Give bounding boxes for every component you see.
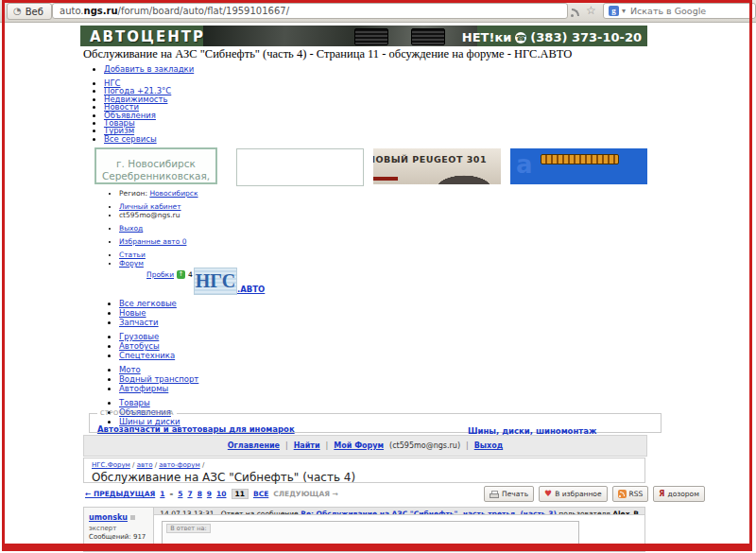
post-author-cell: umonsku эксперт Сообщений: 917 — [84, 508, 154, 551]
logout-link[interactable]: Выход — [119, 224, 143, 233]
rss-icon — [618, 490, 627, 498]
forum-post: umonsku эксперт Сообщений: 917 14.07.13 … — [83, 507, 645, 552]
rss-button[interactable]: RSS — [612, 486, 649, 502]
list-item: Автофирмы — [119, 384, 198, 393]
page-link-8[interactable]: 8 — [198, 490, 202, 498]
user-menu: Регион: Новосибирск Личный кабинет ct595… — [106, 189, 198, 272]
post-header: 14.07.13 13:31 Ответ на сообщение Re: Об… — [154, 508, 644, 515]
banner-decor — [373, 177, 398, 181]
list-item: Избранные авто 0 — [119, 237, 198, 246]
line-ads-legend: СТРОЧНАЯ РЕКЛАМА — [97, 409, 177, 417]
find-link[interactable]: Найти — [294, 441, 320, 450]
peugeot-ad-banner[interactable]: НОВЫЙ PEUGEOT 301 — [373, 148, 501, 184]
nav-link-water[interactable]: Водный транспорт — [119, 374, 198, 384]
region-link[interactable]: Новосибирск — [149, 189, 198, 198]
url-domain: ngs.ru — [84, 6, 118, 16]
page-link-1[interactable]: 1 — [160, 490, 164, 498]
print-button[interactable]: Печать — [484, 486, 534, 502]
nav-link-new[interactable]: Новые — [119, 308, 146, 318]
list-item: Автобусы — [119, 341, 198, 351]
page-range-dash: – — [169, 490, 173, 498]
separator: | — [285, 441, 288, 450]
autocenter-ad-banner[interactable]: АВТОЦЕНТР НЕТ!ки ☎ (383) 373-10-20 — [80, 26, 647, 46]
phone-icon: ☎ — [515, 32, 526, 43]
nav-link-special[interactable]: Спецтехника — [119, 351, 175, 360]
list-item: Все легковые — [119, 299, 198, 308]
nav-link-all-cars[interactable]: Все легковые — [119, 299, 177, 308]
personal-cabinet-link[interactable]: Личный кабинет — [119, 202, 181, 211]
quote-label: В ответ на: — [166, 524, 210, 533]
author-rank: эксперт — [89, 525, 148, 532]
nav-link-goods[interactable]: Товары — [119, 398, 150, 407]
heart-icon: ♥ — [544, 490, 552, 498]
forum-logout-link[interactable]: Выход — [474, 441, 503, 450]
page-link-5[interactable]: 5 — [178, 490, 182, 498]
nav-link-parts[interactable]: Запчасти — [119, 318, 159, 327]
rss-feed-icon[interactable] — [571, 7, 581, 17]
breadcrumb-auto-link[interactable]: авто — [137, 461, 153, 469]
banner-vent-decor — [354, 28, 388, 45]
search-box[interactable]: g ▾ — [603, 3, 756, 19]
blue-ad-banner[interactable]: a — [510, 148, 647, 184]
current-page-indicator: 11 — [232, 489, 249, 499]
user-email: ct595mo@ngs.ru — [119, 211, 180, 219]
url-prefix: auto. — [60, 6, 84, 16]
cabinet-group: Личный кабинет ct595mo@ngs.ru — [106, 202, 198, 219]
address-ad-box[interactable]: г. Новосибирск Серебренниковская, д. — [94, 147, 217, 184]
watch-button[interactable]: Я дозором — [653, 486, 705, 502]
forum-link[interactable]: Форум — [119, 259, 144, 268]
nav-link-moto[interactable]: Мото — [119, 365, 141, 374]
breadcrumb-autoforum-link[interactable]: авто-форум — [159, 461, 199, 469]
address-bar[interactable]: auto.ngs.ru/forum/board/auto/flat/195910… — [52, 3, 568, 19]
ngs-logo[interactable]: НГС — [194, 268, 237, 295]
browser-window: ◔ Веб auto.ngs.ru/forum/board/auto/flat/… — [0, 0, 756, 553]
separator: | — [326, 441, 329, 450]
my-forum-link[interactable]: Мой Форум — [334, 441, 384, 450]
empty-ad-box — [236, 148, 364, 186]
thread-header-box: НГС.Форум / авто / авто-форум / Обслужив… — [83, 458, 645, 483]
tab-label: Веб — [26, 7, 43, 17]
line-ad-parts-link[interactable]: Автозапчасти и автотовары для иномарок — [97, 424, 295, 434]
service-link-all[interactable]: Все сервисы — [104, 134, 157, 144]
articles-link[interactable]: Статьи — [119, 251, 146, 259]
search-engine-caret-icon[interactable]: ▾ — [622, 7, 626, 15]
nav-group-cars: Все легковые Новые Запчасти — [106, 299, 198, 327]
add-bookmark-link[interactable]: Добавить в закладки — [104, 64, 194, 74]
bookmark-star-icon[interactable]: ☆ — [586, 5, 596, 16]
logout-group: Выход — [106, 224, 198, 233]
web-tab-button[interactable]: ◔ Веб — [7, 3, 52, 20]
prev-page-link[interactable]: ← ПРЕДЫДУЩАЯ — [85, 490, 155, 498]
breadcrumb-forum-link[interactable]: НГС.Форум — [92, 461, 130, 469]
nav-group-commercial: Грузовые Автобусы Спецтехника — [106, 332, 198, 360]
ngs-auto-link[interactable]: .АВТО — [237, 285, 265, 294]
bookmark-list: Добавить в закладки — [91, 64, 194, 74]
ad-address-line1: г. Новосибирск — [96, 158, 215, 170]
all-pages-link[interactable]: ВСЕ — [253, 490, 268, 498]
nav-link-trucks[interactable]: Грузовые — [119, 332, 159, 341]
banner-caption: НЕТ!ки — [462, 30, 512, 44]
google-icon: g — [609, 6, 619, 16]
favorite-button[interactable]: ♥ В избранное — [539, 486, 607, 502]
breadcrumb: НГС.Форум / авто / авто-форум / — [92, 461, 637, 469]
favorite-cars-link[interactable]: Избранные авто 0 — [119, 237, 186, 246]
pagination: ← ПРЕДЫДУЩАЯ 1 – 5 7 8 9 10 11 ВСЕ СЛЕДУ… — [85, 489, 338, 499]
printer-icon — [490, 491, 499, 498]
page-link-7[interactable]: 7 — [187, 490, 192, 498]
page-link-10[interactable]: 10 — [216, 490, 226, 498]
list-item: Все сервисы — [104, 135, 171, 143]
browser-toolbar: ◔ Веб auto.ngs.ru/forum/board/auto/flat/… — [0, 0, 756, 23]
author-message-count: Сообщений: 917 — [89, 533, 148, 541]
watch-icon: Я — [659, 491, 664, 498]
nav-group-other: Мото Водный транспорт Автофирмы — [106, 365, 198, 393]
thread-actions: Печать ♥ В избранное RSS Я дозором — [484, 486, 705, 502]
banner-decor-letter: a — [516, 150, 533, 179]
nav-link-firms[interactable]: Автофирмы — [119, 384, 168, 393]
user-status-icon — [130, 515, 135, 520]
author-link[interactable]: umonsku — [89, 513, 128, 522]
search-input[interactable] — [628, 5, 750, 17]
toc-link[interactable]: Оглавление — [228, 441, 280, 450]
tab-favicon-icon: ◔ — [13, 7, 22, 16]
page-link-9[interactable]: 9 — [207, 490, 212, 498]
traffic-link[interactable]: Пробки — [146, 270, 174, 279]
nav-link-buses[interactable]: Автобусы — [119, 341, 160, 351]
